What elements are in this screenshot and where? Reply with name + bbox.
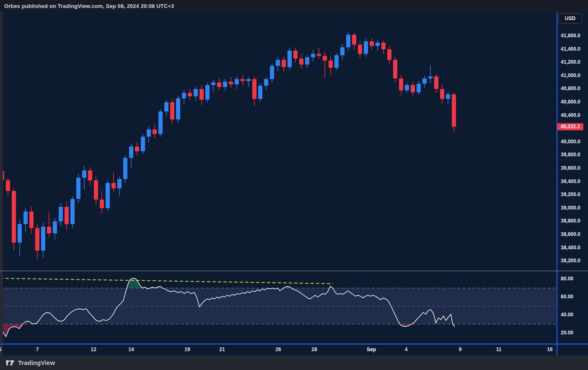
candle[interactable] xyxy=(323,52,327,78)
candle-body xyxy=(223,82,227,87)
candle[interactable] xyxy=(288,48,292,70)
candle[interactable] xyxy=(270,63,274,83)
candle[interactable] xyxy=(194,86,198,101)
candle[interactable] xyxy=(252,76,256,106)
candle-body xyxy=(282,60,286,67)
candle-body xyxy=(29,212,34,228)
candle[interactable] xyxy=(158,109,163,137)
candle[interactable] xyxy=(241,75,245,85)
candle[interactable] xyxy=(352,33,356,50)
candle[interactable] xyxy=(452,93,456,132)
candle[interactable] xyxy=(317,48,321,58)
candle[interactable] xyxy=(70,196,75,228)
candle[interactable] xyxy=(211,80,215,91)
candle[interactable] xyxy=(376,40,380,50)
time-axis-label: 14 xyxy=(128,347,134,352)
candle[interactable] xyxy=(76,174,80,203)
candle[interactable] xyxy=(153,125,157,138)
candle[interactable] xyxy=(422,76,427,88)
candle[interactable] xyxy=(387,46,391,64)
rsi-indicator-pane[interactable] xyxy=(0,271,556,344)
candle[interactable] xyxy=(340,44,345,60)
candle[interactable] xyxy=(147,126,151,143)
candle[interactable] xyxy=(164,100,168,117)
candle[interactable] xyxy=(12,188,16,251)
candle[interactable] xyxy=(446,92,450,105)
time-axis-label: 5 xyxy=(0,347,1,352)
candle-body xyxy=(311,54,315,57)
candle[interactable] xyxy=(82,166,86,190)
price-axis-label: 41,600.0 xyxy=(561,33,580,39)
candle[interactable] xyxy=(282,57,286,72)
candle[interactable] xyxy=(29,207,34,233)
candle[interactable] xyxy=(205,83,210,102)
rsi-trendline[interactable] xyxy=(0,278,333,284)
candle[interactable] xyxy=(264,77,268,90)
candle[interactable] xyxy=(370,38,374,49)
candle[interactable] xyxy=(65,202,69,229)
candle[interactable] xyxy=(399,75,403,96)
candle-body xyxy=(76,178,80,199)
candle[interactable] xyxy=(217,78,221,90)
price-axis-label: 38,800.0 xyxy=(561,218,580,224)
candle[interactable] xyxy=(364,39,368,57)
candle[interactable] xyxy=(393,57,397,83)
candle[interactable] xyxy=(35,224,39,260)
candle[interactable] xyxy=(358,41,362,58)
candle[interactable] xyxy=(329,57,333,75)
candle[interactable] xyxy=(434,75,438,93)
candle[interactable] xyxy=(246,77,251,87)
candle[interactable] xyxy=(223,79,227,91)
candle[interactable] xyxy=(100,191,104,214)
main-chart-pane[interactable] xyxy=(0,12,556,271)
candle[interactable] xyxy=(276,57,280,71)
candle[interactable] xyxy=(411,82,415,96)
candle[interactable] xyxy=(235,76,239,89)
tradingview-logo[interactable] xyxy=(5,359,15,367)
candle[interactable] xyxy=(59,203,63,227)
footer-brand[interactable]: TradingView xyxy=(18,359,55,366)
candle[interactable] xyxy=(440,84,444,103)
candle[interactable] xyxy=(129,143,133,168)
candle[interactable] xyxy=(94,176,98,205)
candle[interactable] xyxy=(6,178,10,196)
candle[interactable] xyxy=(47,212,51,237)
candle-body xyxy=(41,227,45,251)
candle[interactable] xyxy=(311,50,315,62)
pane-separator-line[interactable] xyxy=(0,271,588,271)
candle[interactable] xyxy=(53,218,57,240)
candle[interactable] xyxy=(305,55,309,68)
last-price-tag: 40,231.1 xyxy=(557,123,583,130)
candle[interactable] xyxy=(188,89,192,99)
candle[interactable] xyxy=(41,223,45,258)
candle[interactable] xyxy=(176,96,180,123)
candle[interactable] xyxy=(135,142,139,156)
candle[interactable] xyxy=(293,47,298,62)
candle-body xyxy=(252,79,256,99)
candle[interactable] xyxy=(117,176,122,196)
candle[interactable] xyxy=(381,41,386,54)
candle[interactable] xyxy=(18,220,22,256)
candle[interactable] xyxy=(23,208,28,232)
candle[interactable] xyxy=(88,167,92,185)
candle[interactable] xyxy=(346,32,350,51)
candle[interactable] xyxy=(141,134,145,155)
rsi-axis-label: 60.00 xyxy=(561,294,573,300)
candle[interactable] xyxy=(229,77,233,88)
candle[interactable] xyxy=(428,65,433,83)
candle[interactable] xyxy=(106,180,110,211)
candle[interactable] xyxy=(299,54,303,69)
candle[interactable] xyxy=(170,99,174,123)
candle[interactable] xyxy=(405,83,409,93)
candle[interactable] xyxy=(182,91,186,104)
candle[interactable] xyxy=(258,84,262,102)
candle[interactable] xyxy=(123,155,127,183)
candle[interactable] xyxy=(417,81,421,95)
footer-bar: TradingView xyxy=(0,355,588,370)
candle[interactable] xyxy=(199,85,204,105)
candle-body xyxy=(323,56,327,60)
currency-button[interactable]: USD xyxy=(558,13,582,23)
candle-body xyxy=(70,199,75,224)
candle[interactable] xyxy=(111,172,116,191)
candle[interactable] xyxy=(334,53,339,70)
